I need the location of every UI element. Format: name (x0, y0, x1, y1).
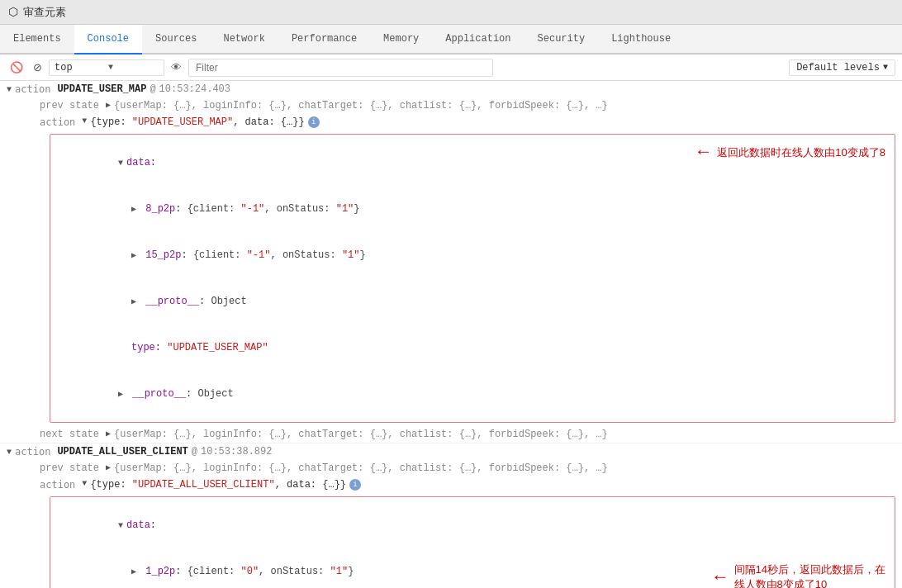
context-dropdown-arrow: ▼ (108, 63, 159, 72)
context-selector[interactable]: top ▼ (49, 59, 164, 76)
action-time-2: 10:53:38.892 (201, 446, 272, 458)
eye-button[interactable]: 👁 (168, 59, 185, 75)
data-block-line-1-3[interactable]: __proto__: Object (59, 278, 886, 325)
tab-network[interactable]: Network (210, 25, 278, 55)
prev-state-2[interactable]: prev state {userMap: {…}, loginInfo: {…}… (0, 460, 902, 477)
prev-state-1[interactable]: prev state {userMap: {…}, loginInfo: {…}… (0, 97, 902, 114)
next-state-arrow-1[interactable] (106, 429, 111, 439)
data-block-1: data: 8_p2p: {client: "-1", onStatus: "1… (50, 134, 895, 423)
annotation-1: ← 返回此数据时在线人数由10变成了8 (698, 142, 885, 163)
console-content: action UPDATE_USER_MAP @ 10:53:24.403 pr… (0, 81, 902, 588)
levels-label: Default levels (796, 62, 880, 74)
action-name-2: UPDATE_ALL_USER_CLIENT (57, 446, 188, 458)
prev-state-obj-1: {userMap: {…}, loginInfo: {…}, chatTarge… (114, 100, 608, 111)
tab-sources[interactable]: Sources (142, 25, 210, 55)
action-label-inner-2: action (40, 479, 75, 491)
title-bar: ⬡ 审查元素 (0, 0, 902, 25)
tab-bar: Elements Console Sources Network Perform… (0, 25, 902, 55)
info-badge-2: i (349, 479, 361, 491)
data-block-line-1-4: type: "UPDATE_USER_MAP" (59, 325, 886, 371)
console-toolbar: 🚫 ⊘ top ▼ 👁 Default levels ▼ (0, 55, 902, 81)
prev-state-arrow-1[interactable] (106, 100, 111, 110)
tab-console[interactable]: Console (74, 25, 142, 55)
log-group-2: action UPDATE_ALL_USER_CLIENT @ 10:53:38… (0, 443, 902, 588)
info-badge-1: i (308, 116, 320, 128)
label-action-1: action (15, 83, 50, 95)
stop-recording-button[interactable]: ⊘ (30, 59, 45, 75)
label-action-2: action (15, 446, 50, 458)
prev-state-arrow-2[interactable] (106, 462, 111, 472)
action-name-1: UPDATE_USER_MAP (57, 83, 146, 95)
annotation-2: ← 间隔14秒后，返回此数据后，在 线人数由8变成了10 (714, 562, 885, 588)
action-inner-arrow-2[interactable] (82, 479, 87, 488)
log-group-1: action UPDATE_USER_MAP @ 10:53:24.403 pr… (0, 81, 902, 443)
data-block-line-1-2[interactable]: 15_p2p: {client: "-1", onStatus: "1"} (59, 232, 886, 278)
tab-elements[interactable]: Elements (0, 25, 74, 55)
inspect-icon: ⬡ (8, 5, 18, 19)
annotation-text-1: 返回此数据时在线人数由10变成了8 (717, 145, 885, 160)
levels-arrow: ▼ (883, 63, 888, 72)
data-block-line-1-5[interactable]: __proto__: Object (59, 371, 886, 417)
next-state-obj-1: {userMap: {…}, loginInfo: {…}, chatTarge… (114, 429, 608, 440)
toggle-arrow-1[interactable] (7, 85, 12, 94)
action-header-1[interactable]: action UPDATE_USER_MAP @ 10:53:24.403 (0, 81, 902, 97)
next-state-1[interactable]: next state {userMap: {…}, loginInfo: {…}… (0, 426, 902, 443)
action-inner-arrow-1[interactable] (82, 116, 87, 126)
levels-dropdown[interactable]: Default levels ▼ (789, 59, 895, 76)
toggle-arrow-2[interactable] (7, 448, 12, 457)
action-label-inner-1: action (40, 116, 75, 128)
tab-application[interactable]: Application (432, 25, 524, 55)
data-block-line-2-0: data: (59, 502, 886, 548)
action-time-1: 10:53:24.403 (159, 83, 230, 95)
title-label: 审查元素 (23, 5, 66, 20)
tab-memory[interactable]: Memory (370, 25, 432, 55)
action-header-2[interactable]: action UPDATE_ALL_USER_CLIENT @ 10:53:38… (0, 443, 902, 460)
annotation-text-2: 间隔14秒后，返回此数据后，在 线人数由8变成了10 (734, 562, 885, 588)
tab-performance[interactable]: Performance (278, 25, 370, 55)
prev-state-obj-2: {userMap: {…}, loginInfo: {…}, chatTarge… (114, 462, 608, 474)
tab-security[interactable]: Security (525, 25, 599, 55)
action-line-2[interactable]: action {type: "UPDATE_ALL_USER_CLIENT", … (0, 477, 902, 493)
action-line-1[interactable]: action {type: "UPDATE_USER_MAP", data: {… (0, 114, 902, 130)
tab-lighthouse[interactable]: Lighthouse (598, 25, 684, 55)
filter-input[interactable] (188, 59, 493, 77)
context-value: top (55, 62, 105, 74)
clear-console-button[interactable]: 🚫 (7, 59, 26, 75)
data-block-line-1-1[interactable]: 8_p2p: {client: "-1", onStatus: "1"} (59, 186, 886, 232)
